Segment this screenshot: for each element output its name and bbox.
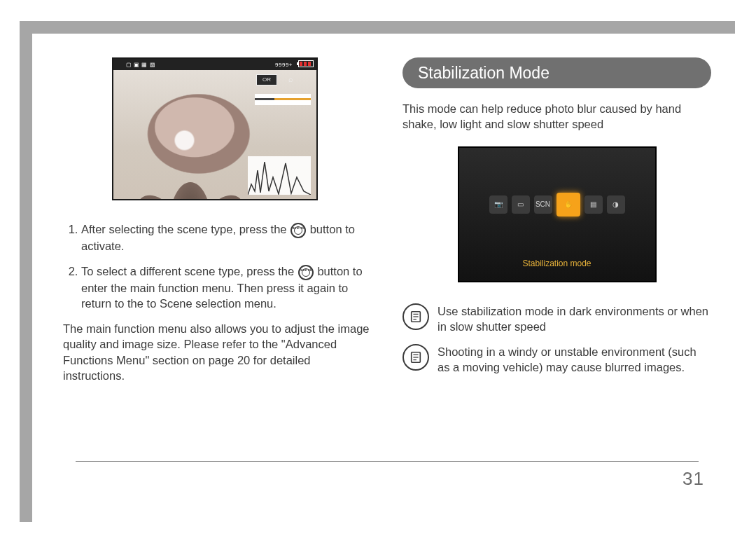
instruction-list: After selecting the scene type, press th… [63,221,372,311]
mode-icon: SCN [534,195,552,214]
note-text: Shooting in a windy or unstable environm… [438,344,711,376]
mode-label: Stabilization mode [459,259,655,268]
note-icon [402,303,429,330]
step-2: To select a different scene type, press … [81,263,372,311]
page-number: 31 [682,468,704,490]
camera-lcd-preview: ⛹ ▢ ▣ ▦ ▧ 9999+ OR ⌕ [112,57,318,200]
lcd-topbar: ▢ ▣ ▦ ▧ 9999+ [113,59,316,70]
magnifier-icon: ⌕ [286,74,295,84]
footer-rule [76,461,699,462]
step-1: After selecting the scene type, press th… [81,221,372,254]
mode-icon-selected: ✋ [556,193,580,216]
advanced-menu-paragraph: The main function menu also allows you t… [63,321,372,383]
page-frame: ⛹ ▢ ▣ ▦ ▧ 9999+ OR ⌕ After selecting t [20,21,735,522]
camera-lcd-mode-select: 📷▭SCN✋▤◑ Stabilization mode [458,146,657,282]
mode-icon: ▭ [512,195,530,214]
note-row: Shooting in a windy or unstable environm… [402,344,711,376]
step-1-text-a: After selecting the scene type, press th… [81,223,290,235]
note-icon [402,344,429,371]
func-ok-button-icon: func ok [298,265,314,280]
step-2-text-a: To select a different scene type, press … [81,265,298,277]
section-heading-text: Stabilization Mode [418,64,550,83]
note-row: Use stabilization mode in dark environme… [402,303,711,335]
func-ok-button-icon: func ok [290,223,306,238]
histogram [248,156,311,195]
mode-icon: ◑ [607,195,625,214]
topbar-icons: ▢ ▣ ▦ ▧ [126,62,155,68]
mode-carousel: 📷▭SCN✋▤◑ [459,195,655,216]
right-column: Stabilization Mode This mode can help re… [402,57,711,385]
left-column: ⛹ ▢ ▣ ▦ ▧ 9999+ OR ⌕ After selecting t [63,57,372,385]
mode-icon: 📷 [489,195,507,214]
battery-icon [298,60,314,67]
exposure-gauge [255,94,311,105]
mode-icon: ▤ [584,195,603,214]
intro-paragraph: This mode can help reduce photo blur cau… [402,101,711,132]
note-text: Use stabilization mode in dark environme… [438,303,711,335]
info-box: OR [256,74,277,85]
section-heading: Stabilization Mode [402,57,711,88]
shot-counter: 9999+ [275,62,293,68]
